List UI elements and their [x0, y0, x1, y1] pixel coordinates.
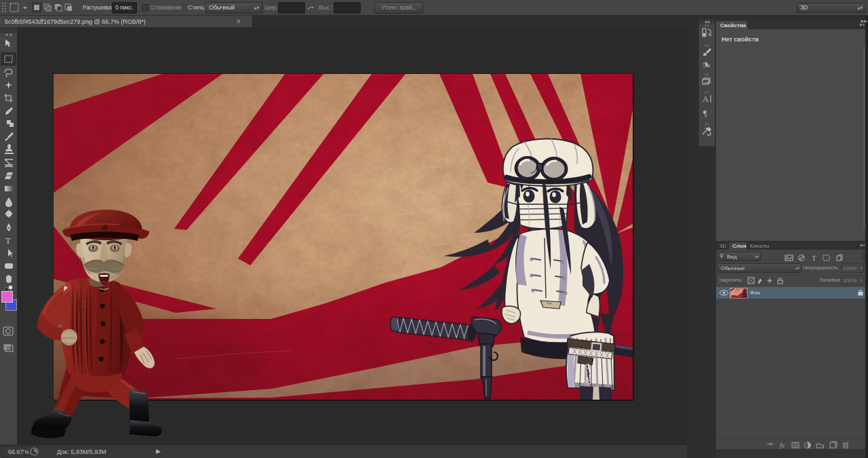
svg-text:T: T: [5, 235, 11, 246]
svg-text:T: T: [812, 254, 816, 262]
svg-text:fx: fx: [780, 442, 785, 449]
svg-text:A: A: [703, 94, 709, 104]
svg-text:¶: ¶: [703, 109, 707, 118]
